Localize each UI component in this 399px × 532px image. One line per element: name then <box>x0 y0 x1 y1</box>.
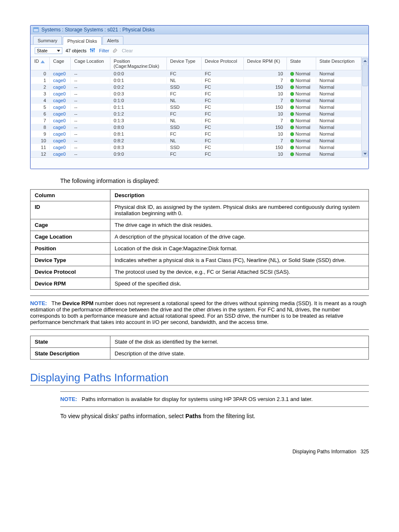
table-row[interactable]: 2cage0--0:0:2SSDFC150NormalNormal <box>31 84 361 90</box>
cell-cage: cage0 <box>50 117 71 124</box>
cell-cage-location: -- <box>71 111 110 117</box>
cell-state-description: Normal <box>316 151 361 157</box>
cell-device-rpm: 10 <box>243 111 286 117</box>
cell-id: 1 <box>31 77 50 84</box>
cell-device-rpm: 7 <box>243 137 286 144</box>
cell-cage: cage0 <box>50 151 71 157</box>
state-dropdown[interactable]: State <box>35 47 62 54</box>
col-state[interactable]: State <box>286 57 316 70</box>
cell-state-description: Normal <box>316 131 361 137</box>
cell-device-protocol: FC <box>201 144 243 151</box>
status-dot-icon <box>290 119 294 123</box>
scroll-thumb[interactable] <box>362 64 368 86</box>
table-row[interactable]: 10cage0--0:8:2NLFC7NormalNormal <box>31 137 361 144</box>
cage-link[interactable]: cage0 <box>53 91 66 96</box>
cell-cage: cage0 <box>50 70 71 77</box>
table-row[interactable]: 7cage0--0:1:3NLFC7NormalNormal <box>31 117 361 124</box>
col-state-description[interactable]: State Description <box>316 57 361 70</box>
definition-description: State of the disk as identified by the k… <box>110 336 369 348</box>
sort-asc-icon <box>41 60 45 63</box>
cell-id: 9 <box>31 131 50 137</box>
cage-link[interactable]: cage0 <box>53 85 66 90</box>
cell-state-description: Normal <box>316 111 361 117</box>
status-dot-icon <box>290 132 294 136</box>
cell-state-description: Normal <box>316 70 361 77</box>
cell-position: 0:8:0 <box>110 124 166 131</box>
cell-device-type: FC <box>166 111 201 117</box>
tab-physical-disks[interactable]: Physical Disks <box>63 36 102 45</box>
table-row[interactable]: 11cage0--0:8:3SSDFC150NormalNormal <box>31 144 361 151</box>
table-row[interactable]: 1cage0--0:0:1NLFC7NormalNormal <box>31 77 361 84</box>
cell-cage-location: -- <box>71 90 110 97</box>
cell-state-description: Normal <box>316 97 361 104</box>
vertical-scrollbar[interactable] <box>361 57 368 157</box>
cell-cage-location: -- <box>71 77 110 84</box>
svg-rect-1 <box>33 28 38 29</box>
table-row[interactable]: 4cage0--0:1:0NLFC7NormalNormal <box>31 97 361 104</box>
cell-device-type: FC <box>166 90 201 97</box>
cage-link[interactable]: cage0 <box>53 138 66 143</box>
scroll-down-button[interactable] <box>362 151 368 157</box>
cage-link[interactable]: cage0 <box>53 145 66 150</box>
col-cage-location[interactable]: Cage Location <box>71 57 110 70</box>
cage-link[interactable]: cage0 <box>53 111 66 116</box>
cell-state-description: Normal <box>316 117 361 124</box>
cell-cage-location: -- <box>71 117 110 124</box>
tab-alerts[interactable]: Alerts <box>102 36 123 44</box>
cage-link[interactable]: cage0 <box>53 125 66 130</box>
cell-device-type: FC <box>166 131 201 137</box>
definition-description: The drive cage in which the disk resides… <box>110 219 369 231</box>
section-heading: Displaying Paths Information <box>30 371 369 386</box>
status-dot-icon <box>290 146 294 149</box>
intro-paragraph: The following information is displayed: <box>60 177 369 184</box>
cell-cage-location: -- <box>71 144 110 151</box>
table-row[interactable]: 12cage0--0:9:0FCFC10NormalNormal <box>31 151 361 157</box>
cell-device-rpm: 150 <box>243 84 286 90</box>
table-row[interactable]: 8cage0--0:8:0SSDFC150NormalNormal <box>31 124 361 131</box>
cage-link[interactable]: cage0 <box>53 131 66 136</box>
cell-device-protocol: FC <box>201 117 243 124</box>
table-row[interactable]: 6cage0--0:1:2FCFC10NormalNormal <box>31 111 361 117</box>
cell-id: 12 <box>31 151 50 157</box>
cell-state-description: Normal <box>316 137 361 144</box>
tab-summary[interactable]: Summary <box>33 36 62 44</box>
cage-link[interactable]: cage0 <box>53 152 66 157</box>
definition-row: Device TypeIndicates whether a physical … <box>31 254 369 266</box>
cage-link[interactable]: cage0 <box>53 78 66 83</box>
table-row[interactable]: 0cage0--0:0:0FCFC10NormalNormal <box>31 70 361 77</box>
filter-link[interactable]: Filter <box>99 48 109 53</box>
cell-device-rpm: 10 <box>243 131 286 137</box>
definition-row: StateState of the disk as identified by … <box>31 336 369 348</box>
cell-state: Normal <box>286 131 316 137</box>
filter-icon <box>90 48 96 54</box>
col-device-type[interactable]: Device Type <box>166 57 201 70</box>
cell-state-description: Normal <box>316 77 361 84</box>
scroll-up-button[interactable] <box>362 58 368 64</box>
cell-device-rpm: 7 <box>243 97 286 104</box>
cell-cage: cage0 <box>50 124 71 131</box>
table-row[interactable]: 5cage0--0:1:1SSDFC150NormalNormal <box>31 104 361 111</box>
note-label: NOTE: <box>30 300 47 306</box>
table-row[interactable]: 9cage0--0:8:1FCFC10NormalNormal <box>31 131 361 137</box>
physical-disks-grid: ID Cage Cage Location Position(Cage:Maga… <box>31 57 361 157</box>
cage-link[interactable]: cage0 <box>53 118 66 123</box>
cell-state-description: Normal <box>316 104 361 111</box>
table-row[interactable]: 3cage0--0:0:3FCFC10NormalNormal <box>31 90 361 97</box>
cell-state: Normal <box>286 144 316 151</box>
col-id[interactable]: ID <box>31 57 50 70</box>
cell-device-rpm: 150 <box>243 104 286 111</box>
cell-device-type: FC <box>166 151 201 157</box>
cage-link[interactable]: cage0 <box>53 105 66 110</box>
col-device-rpm[interactable]: Device RPM (K) <box>243 57 286 70</box>
grid-footer <box>31 157 368 169</box>
col-cage[interactable]: Cage <box>50 57 71 70</box>
col-position[interactable]: Position(Cage:Magazine:Disk) <box>110 57 166 70</box>
cage-link[interactable]: cage0 <box>53 98 66 103</box>
cell-id: 0 <box>31 70 50 77</box>
definition-description: Indicates whether a physical disk is a F… <box>110 254 369 266</box>
col-device-protocol[interactable]: Device Protocol <box>201 57 243 70</box>
cell-device-type: SSD <box>166 144 201 151</box>
object-count: 47 objects <box>66 48 87 53</box>
cage-link[interactable]: cage0 <box>53 71 66 76</box>
cell-position: 0:9:0 <box>110 151 166 157</box>
